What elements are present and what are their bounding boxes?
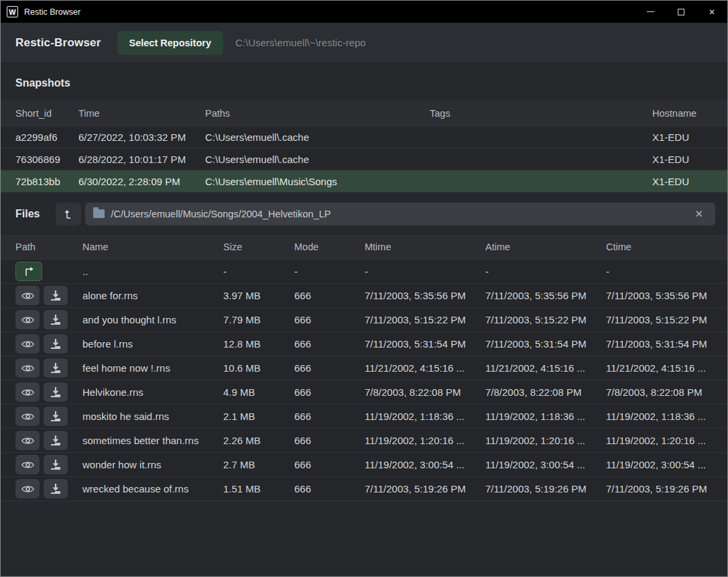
file-ctime: 11/21/2002, 4:15:16 ... [606, 362, 713, 374]
snapshot-row-selected[interactable]: 72b813bb 6/30/2022, 2:28:09 PM C:\Users\… [1, 170, 727, 193]
file-mode: 666 [294, 338, 365, 350]
current-path-box[interactable]: /C/Users/emuell/Music/Songs/2004_Helveti… [85, 203, 715, 225]
eye-icon [21, 412, 34, 421]
file-size: 10.6 MB [223, 362, 294, 374]
view-file-button[interactable] [15, 334, 40, 354]
file-name: wonder how it.rns [82, 459, 223, 470]
download-file-button[interactable] [44, 358, 68, 378]
download-icon [50, 387, 61, 397]
parent-dir-row[interactable]: .. - - - - - [1, 260, 727, 284]
file-ctime: 7/11/2003, 5:19:26 PM [606, 483, 713, 494]
file-ctime: 7/11/2003, 5:15:22 PM [606, 314, 713, 325]
file-mode: - [294, 266, 365, 277]
clear-path-button[interactable]: ✕ [690, 207, 707, 221]
snapshot-time: 6/30/2022, 2:28:09 PM [78, 176, 205, 187]
file-atime: 7/11/2003, 5:31:54 PM [485, 338, 606, 350]
file-row: wrecked because of.rns 1.51 MB 666 7/11/… [1, 477, 727, 501]
folder-icon [93, 209, 105, 218]
files-table-header: Path Name Size Mode Mtime Atime Ctime [1, 235, 727, 260]
file-name: alone for.rns [82, 290, 223, 301]
file-ctime: 7/11/2003, 5:31:54 PM [606, 338, 713, 350]
view-file-button[interactable] [15, 479, 40, 499]
file-ctime: 11/19/2002, 1:18:36 ... [606, 411, 713, 422]
go-up-button[interactable] [15, 262, 42, 281]
file-mode: 666 [294, 362, 365, 374]
eye-icon [21, 291, 34, 301]
go-root-button[interactable] [56, 203, 81, 225]
file-mtime: 7/11/2003, 5:19:26 PM [365, 483, 485, 494]
file-name: moskito he said.rns [82, 411, 223, 422]
file-name: and you thought l.rns [82, 314, 223, 325]
file-name: wrecked because of.rns [82, 483, 223, 494]
file-size: 2.1 MB [223, 411, 294, 422]
download-file-button[interactable] [44, 407, 68, 426]
file-size: - [223, 266, 294, 277]
view-file-button[interactable] [15, 431, 40, 450]
content-filler [1, 501, 727, 576]
app-logo-icon: W [7, 6, 18, 17]
download-file-button[interactable] [44, 431, 68, 450]
col-atime: Atime [485, 242, 606, 252]
download-file-button[interactable] [44, 334, 68, 354]
snapshots-table-header: Short_id Time Paths Tags Hostname [1, 101, 727, 126]
snapshot-short-id: 72b813bb [15, 176, 78, 187]
files-toolbar: Files /C/Users/emuell/Music/Songs/2004_H… [1, 193, 727, 235]
file-mode: 666 [294, 290, 365, 301]
file-mtime: 7/11/2003, 5:31:54 PM [365, 338, 485, 350]
app-title: Restic-Browser [15, 36, 101, 50]
snapshot-paths: C:\Users\emuell\.cache [205, 154, 430, 165]
file-name: .. [82, 266, 223, 277]
col-size: Size [223, 242, 294, 252]
close-button[interactable]: ✕ [696, 1, 727, 23]
col-path: Path [15, 242, 82, 252]
file-atime: 11/21/2002, 4:15:16 ... [485, 362, 606, 374]
snapshot-hostname: X1-EDU [652, 176, 713, 187]
file-size: 2.26 MB [223, 435, 294, 446]
snapshot-time: 6/28/2022, 10:01:17 PM [78, 154, 205, 165]
view-file-button[interactable] [15, 407, 40, 426]
file-mtime: - [365, 266, 485, 277]
file-size: 3.97 MB [223, 290, 294, 301]
file-size: 2.7 MB [223, 459, 294, 470]
file-atime: 7/11/2003, 5:15:22 PM [485, 314, 606, 325]
download-file-button[interactable] [44, 382, 68, 402]
app-header: Restic-Browser Select Repository C:\User… [1, 23, 727, 63]
snapshot-row[interactable]: 76306869 6/28/2022, 10:01:17 PM C:\Users… [1, 148, 727, 170]
select-repository-button[interactable]: Select Repository [117, 31, 224, 55]
file-size: 4.9 MB [223, 386, 294, 398]
view-file-button[interactable] [15, 382, 40, 402]
minimize-button[interactable] [635, 1, 666, 23]
up-right-arrow-icon [23, 267, 34, 276]
view-file-button[interactable] [15, 358, 40, 378]
download-file-button[interactable] [44, 479, 68, 499]
view-file-button[interactable] [15, 310, 40, 329]
download-icon [50, 363, 61, 373]
files-title: Files [15, 208, 40, 220]
file-ctime: - [606, 266, 713, 277]
file-size: 1.51 MB [223, 483, 294, 494]
file-atime: - [485, 266, 606, 277]
col-paths: Paths [205, 108, 430, 119]
snapshot-row[interactable]: a2299af6 6/27/2022, 10:03:32 PM C:\Users… [1, 126, 727, 148]
titlebar: W Restic Browser ✕ [1, 1, 727, 23]
eye-icon [21, 484, 34, 494]
file-mtime: 7/11/2003, 5:15:22 PM [365, 314, 485, 325]
file-mode: 666 [294, 314, 365, 325]
close-icon: ✕ [709, 7, 715, 17]
maximize-button[interactable] [666, 1, 696, 23]
view-file-button[interactable] [15, 455, 40, 474]
file-ctime: 11/19/2002, 1:20:16 ... [606, 435, 713, 446]
file-atime: 7/11/2003, 5:19:26 PM [485, 483, 606, 494]
file-mtime: 7/8/2003, 8:22:08 PM [365, 386, 485, 398]
eye-icon [21, 460, 34, 470]
download-file-button[interactable] [44, 310, 68, 329]
download-icon [50, 339, 61, 349]
file-row: wonder how it.rns 2.7 MB 666 11/19/2002,… [1, 453, 727, 477]
snapshots-title: Snapshots [1, 63, 727, 101]
snapshot-hostname: X1-EDU [652, 154, 713, 165]
download-file-button[interactable] [44, 455, 68, 474]
download-icon [50, 411, 61, 421]
view-file-button[interactable] [15, 286, 40, 305]
download-file-button[interactable] [44, 286, 68, 305]
file-name: sometimes better than.rns [82, 435, 223, 446]
